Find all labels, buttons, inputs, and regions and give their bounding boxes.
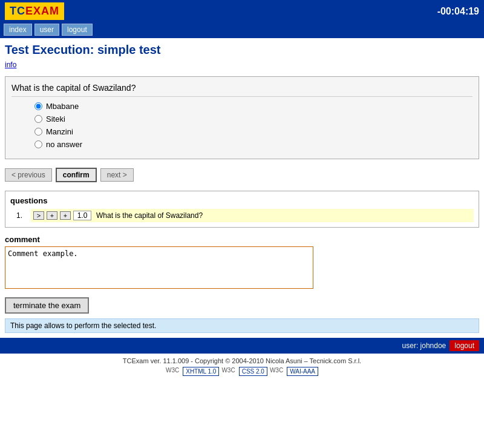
comment-label: comment — [5, 235, 479, 244]
previous-button[interactable]: < previous — [5, 168, 52, 182]
page-title: Test Execution: simple test — [0, 38, 484, 59]
nav-bar: index user logout — [0, 22, 484, 38]
logo-tc: TC — [10, 5, 25, 17]
w3c-label-2: W3C — [221, 367, 235, 376]
w3c-label-1: W3C — [166, 367, 179, 376]
question-row: > + + 1.0 What is the capital of Swazila… — [31, 209, 474, 222]
answer-item-1: Mbabane — [34, 102, 473, 111]
questions-list: 1. > + + 1.0 What is the capital of Swaz… — [10, 209, 474, 222]
answer-item-4: no answer — [34, 140, 473, 149]
question-box: What is the capital of Swaziland? Mbaban… — [5, 76, 479, 159]
nav-index[interactable]: index — [4, 24, 32, 36]
answer-radio-4[interactable] — [34, 140, 42, 148]
user-bar: user: johndoe logout — [0, 338, 484, 354]
nav-user[interactable]: user — [34, 24, 59, 36]
answer-radio-2[interactable] — [34, 115, 42, 123]
question-score: 1.0 — [73, 211, 91, 220]
logo-exam: EXAM — [25, 5, 59, 17]
question-num: 1. — [16, 209, 31, 222]
footer-badges: W3C XHTML 1.0 W3C CSS 2.0 W3C WAI-AAA — [4, 367, 480, 376]
answer-item-3: Manzini — [34, 127, 473, 136]
question-nav-btn[interactable]: > — [33, 211, 44, 220]
next-button[interactable]: next > — [100, 168, 134, 182]
badge-xhtml[interactable]: XHTML 1.0 — [183, 367, 219, 376]
user-info: user: johndoe — [402, 341, 446, 350]
answer-item-2: Siteki — [34, 114, 473, 124]
footer-logout-button[interactable]: logout — [450, 340, 479, 351]
confirm-button[interactable]: confirm — [56, 168, 97, 182]
terminate-button[interactable]: terminate the exam — [5, 297, 89, 314]
badge-css[interactable]: CSS 2.0 — [239, 367, 267, 376]
comment-textarea[interactable]: Comment example. — [5, 246, 313, 289]
header: TCEXAM -00:04:19 — [0, 0, 484, 22]
table-row: 1. > + + 1.0 What is the capital of Swaz… — [16, 209, 474, 222]
questions-section: questions 1. > + + 1.0 What is the capit… — [5, 191, 479, 228]
answer-label-3: Manzini — [46, 127, 73, 136]
nav-logout[interactable]: logout — [62, 24, 93, 36]
badge-wai[interactable]: WAI-AAA — [287, 367, 318, 376]
question-plus1-btn[interactable]: + — [47, 211, 57, 220]
info-link[interactable]: info — [0, 59, 484, 73]
questions-label: questions — [10, 196, 474, 205]
nav-buttons: < previous confirm next > — [0, 163, 484, 187]
answer-label-4: no answer — [46, 140, 82, 149]
copyright-text: TCExam ver. 11.1.009 - Copyright © 2004-… — [4, 357, 480, 364]
status-bar: This page allows to perform the selected… — [5, 318, 479, 333]
logo: TCEXAM — [5, 2, 64, 20]
footer: TCExam ver. 11.1.009 - Copyright © 2004-… — [0, 354, 484, 380]
question-list-text: What is the capital of Swaziland? — [96, 211, 203, 220]
answer-radio-3[interactable] — [34, 128, 42, 136]
question-plus2-btn[interactable]: + — [60, 211, 71, 220]
comment-section: comment Comment example. — [0, 231, 484, 292]
answers-container: Mbabane Siteki Manzini no answer — [11, 102, 473, 149]
question-row-content: > + + 1.0 What is the capital of Swazila… — [31, 209, 474, 222]
answer-label-2: Siteki — [46, 114, 65, 124]
timer: -00:04:19 — [437, 6, 479, 17]
answer-radio-1[interactable] — [34, 102, 42, 110]
w3c-label-3: W3C — [270, 367, 283, 376]
answer-label-1: Mbabane — [46, 102, 79, 111]
question-text: What is the capital of Swaziland? — [11, 83, 473, 97]
